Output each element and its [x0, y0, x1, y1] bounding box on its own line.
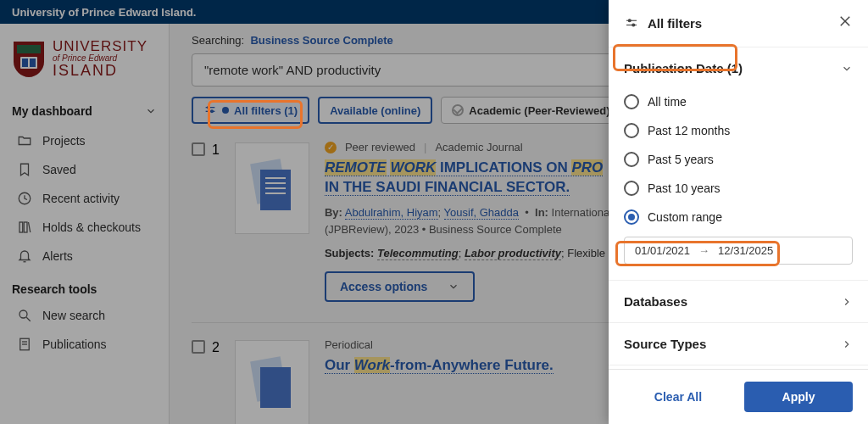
publication-date-toggle[interactable]: Publication Date (1) — [609, 53, 868, 84]
svg-rect-3 — [30, 59, 36, 67]
result-thumbnail — [235, 340, 309, 424]
svg-rect-5 — [19, 222, 23, 232]
sidebar-item-recent[interactable]: Recent activity — [0, 184, 169, 213]
radio-past-5[interactable]: Past 5 years — [624, 145, 853, 174]
date-from: 01/01/2021 — [635, 244, 690, 257]
institution-logo[interactable]: UNIVERSITY of Prince Edward ISLAND — [0, 24, 169, 96]
document-icon — [17, 337, 32, 352]
date-range-inputs[interactable]: 01/01/2021 → 12/31/2025 — [624, 237, 853, 265]
all-filters-panel: All filters Publication Date (1) All tim… — [609, 0, 868, 424]
radio-all-time[interactable]: All time — [624, 87, 853, 116]
sidebar-item-alerts[interactable]: Alerts — [0, 242, 169, 271]
author-link[interactable]: Yousif, Ghadda — [444, 206, 519, 220]
result-number: 2 — [212, 340, 220, 355]
apply-button[interactable]: Apply — [744, 382, 853, 412]
panel-header: All filters — [609, 0, 868, 47]
svg-line-10 — [26, 317, 31, 321]
shield-icon — [12, 40, 46, 79]
my-dashboard-toggle[interactable]: My dashboard — [0, 96, 169, 126]
check-circle-icon — [452, 104, 464, 116]
result-marker: 2 — [192, 338, 220, 424]
date-to: 12/31/2025 — [718, 244, 773, 257]
peer-reviewed-label: Peer reviewed — [345, 141, 415, 153]
result-type: Periodical — [325, 338, 373, 351]
all-filters-chip[interactable]: All filters (1) — [192, 97, 309, 124]
sidebar-item-publications[interactable]: Publications — [0, 330, 169, 359]
bell-icon — [17, 248, 32, 264]
radio-custom-range[interactable]: Custom range — [624, 203, 853, 232]
chevron-down-icon — [145, 105, 157, 117]
chevron-right-icon — [841, 338, 853, 350]
chevron-right-icon — [841, 296, 853, 308]
sidebar-item-holds[interactable]: Holds & checkouts — [0, 213, 169, 242]
source-link[interactable]: Business Source Complete — [250, 34, 392, 47]
folder-icon — [17, 133, 32, 148]
panel-footer: Clear All Apply — [609, 369, 868, 424]
bookmark-icon — [17, 162, 32, 177]
sidebar-item-newsearch[interactable]: New search — [0, 301, 169, 330]
result-thumbnail — [235, 142, 309, 234]
svg-point-28 — [628, 19, 631, 21]
institution-name: University of Prince Edward Island. — [12, 6, 196, 19]
pages-icon — [247, 158, 298, 219]
panel-title: All filters — [648, 16, 829, 31]
books-icon — [17, 220, 32, 235]
svg-rect-6 — [24, 222, 27, 232]
close-icon — [837, 14, 853, 29]
result-checkbox[interactable] — [192, 340, 205, 354]
research-tools-heading: Research tools — [0, 271, 169, 301]
peer-reviewed-icon: ✓ — [325, 142, 337, 153]
search-icon — [17, 308, 32, 323]
svg-point-29 — [632, 24, 635, 26]
available-online-chip[interactable]: Available (online) — [318, 97, 432, 124]
radio-past-12[interactable]: Past 12 months — [624, 116, 853, 145]
tune-icon — [203, 103, 217, 117]
tune-icon — [624, 16, 639, 31]
arrow-right-icon: → — [698, 244, 709, 257]
clear-all-button[interactable]: Clear All — [624, 390, 732, 404]
result-type: Academic Journal — [435, 141, 522, 153]
dashboard-label: My dashboard — [12, 104, 92, 118]
pages-icon — [247, 355, 298, 416]
svg-line-7 — [29, 222, 31, 232]
svg-point-16 — [208, 106, 210, 109]
svg-rect-19 — [260, 170, 291, 210]
chevron-down-icon — [841, 63, 853, 75]
sidebar: UNIVERSITY of Prince Edward ISLAND My da… — [0, 24, 170, 424]
chevron-down-icon — [448, 281, 459, 293]
svg-rect-0 — [17, 45, 41, 53]
result-checkbox[interactable] — [192, 142, 205, 156]
svg-point-9 — [19, 310, 27, 318]
svg-point-17 — [211, 110, 214, 113]
sidebar-item-projects[interactable]: Projects — [0, 126, 169, 155]
svg-rect-25 — [260, 367, 291, 408]
databases-toggle[interactable]: Databases — [609, 281, 868, 323]
author-link[interactable]: Abdulrahim, Hiyam — [345, 206, 438, 220]
publication-date-body: All time Past 12 months Past 5 years Pas… — [609, 84, 868, 275]
result-marker: 1 — [192, 141, 220, 302]
close-button[interactable] — [837, 14, 853, 33]
history-icon — [17, 191, 32, 206]
source-types-toggle[interactable]: Source Types — [609, 323, 868, 365]
svg-rect-2 — [22, 59, 28, 67]
radio-past-10[interactable]: Past 10 years — [624, 174, 853, 203]
access-options-button[interactable]: Access options — [325, 271, 475, 302]
result-number: 1 — [212, 142, 220, 158]
publication-date-section: Publication Date (1) All time Past 12 mo… — [609, 47, 868, 281]
sidebar-item-saved[interactable]: Saved — [0, 155, 169, 184]
active-dot-icon — [222, 107, 229, 114]
logo-text: UNIVERSITY of Prince Edward ISLAND — [53, 39, 147, 79]
